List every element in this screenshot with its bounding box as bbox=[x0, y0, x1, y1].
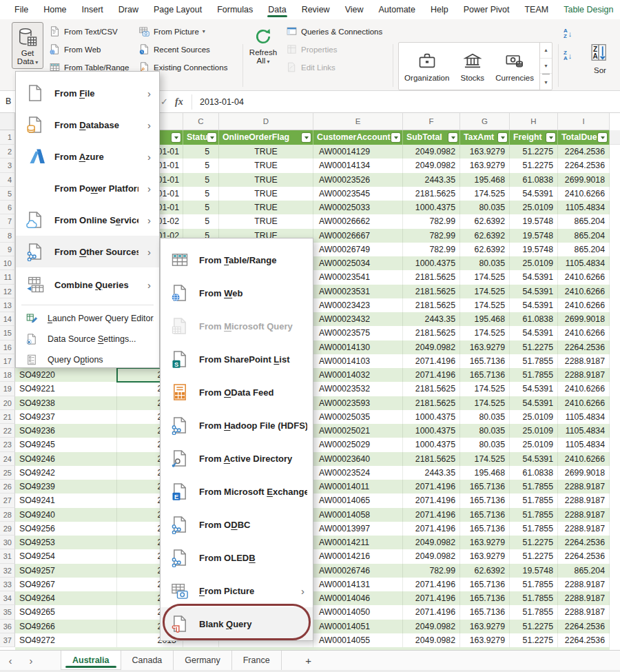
ribbon-tab-automate[interactable]: Automate bbox=[371, 1, 424, 19]
cell-to[interactable]: 2264.2536 bbox=[558, 159, 610, 172]
cell-ac[interactable]: AW00014134 bbox=[313, 159, 403, 172]
cell-fr[interactable]: 19.5748 bbox=[510, 564, 558, 578]
cell-ac[interactable]: AW00014065 bbox=[313, 493, 403, 507]
filter-dropdown-icon[interactable] bbox=[448, 133, 457, 142]
cell-tx[interactable]: 62.6392 bbox=[460, 229, 510, 243]
cell-fl[interactable]: TRUE bbox=[219, 173, 313, 187]
cell-fr[interactable]: 54.5391 bbox=[510, 382, 558, 396]
cell-fr[interactable]: 54.5391 bbox=[510, 187, 558, 201]
filter-dropdown-icon[interactable] bbox=[302, 133, 311, 142]
cell-su[interactable]: 2071.4196 bbox=[403, 591, 460, 605]
cell-tx[interactable]: 174.525 bbox=[460, 270, 510, 284]
cell-ac[interactable]: AW00025034 bbox=[313, 256, 403, 270]
table-header-customeraccount[interactable]: CustomerAccount bbox=[313, 130, 403, 145]
cell-fl[interactable]: TRUE bbox=[219, 187, 313, 201]
cell-to[interactable]: 865.204 bbox=[558, 214, 610, 228]
filter-dropdown-icon[interactable] bbox=[172, 133, 180, 142]
column-letter-e[interactable]: E bbox=[313, 113, 403, 130]
cell-to[interactable]: 2264.2536 bbox=[558, 536, 610, 549]
cell-a[interactable]: SO49266 bbox=[15, 620, 117, 633]
cell-su[interactable]: 1000.4375 bbox=[403, 424, 460, 438]
cell-to[interactable]: 2288.9187 bbox=[558, 354, 610, 368]
cell-to[interactable]: 2288.9187 bbox=[558, 493, 610, 507]
select-all-corner[interactable] bbox=[0, 113, 15, 130]
menu-item-from-active-directory[interactable]: From Active Directory bbox=[161, 442, 313, 475]
cell-a[interactable]: SO49254 bbox=[15, 549, 117, 563]
row-number[interactable]: 22 bbox=[0, 424, 15, 438]
menu-item-from-database[interactable]: From Database› bbox=[16, 109, 159, 141]
cell-tx[interactable]: 62.6392 bbox=[460, 214, 510, 228]
column-letter-h[interactable]: H bbox=[510, 113, 558, 130]
menu-item-from-other-sources[interactable]: From Other Sources› bbox=[16, 236, 159, 267]
cell-to[interactable]: 2288.9187 bbox=[558, 508, 610, 522]
cell-su[interactable]: 2181.5625 bbox=[403, 326, 460, 340]
cell-to[interactable]: 1105.4834 bbox=[558, 424, 610, 438]
filter-dropdown-icon[interactable] bbox=[598, 133, 607, 142]
cell-fr[interactable]: 54.5391 bbox=[510, 396, 558, 410]
row-number[interactable]: 9 bbox=[0, 243, 15, 256]
cell-st[interactable]: 5 bbox=[183, 145, 219, 159]
cell-a[interactable]: SO49241 bbox=[15, 493, 117, 507]
cell-fr[interactable]: 51.7855 bbox=[510, 480, 558, 493]
data-type-currencies[interactable]: Currencies bbox=[495, 51, 534, 82]
menu-item-from-file[interactable]: From File› bbox=[16, 77, 159, 109]
cell-tx[interactable]: 62.6392 bbox=[460, 243, 510, 256]
cell-fr[interactable]: 51.7855 bbox=[510, 522, 558, 536]
row-number[interactable]: 13 bbox=[0, 298, 15, 312]
cell-fr[interactable]: 61.0838 bbox=[510, 312, 558, 326]
cell-a[interactable]: SO49256 bbox=[15, 522, 117, 536]
cell-to[interactable]: 2410.6266 bbox=[558, 270, 610, 284]
recent-sources-button[interactable]: Recent Sources bbox=[136, 41, 229, 57]
row-number[interactable]: 11 bbox=[0, 270, 15, 284]
menu-item-launch-power-query-editor[interactable]: Launch Power Query Editor... bbox=[16, 308, 159, 329]
cell-tx[interactable]: 62.6392 bbox=[460, 564, 510, 578]
cell-fr[interactable]: 51.2275 bbox=[510, 633, 558, 647]
cell-to[interactable]: 2264.2536 bbox=[558, 633, 610, 647]
sheet-tab-germany[interactable]: Germany bbox=[174, 651, 231, 670]
menu-item-from-oledb[interactable]: From OLEDB bbox=[161, 541, 313, 574]
cell-ac[interactable]: AW00025029 bbox=[313, 438, 403, 451]
filter-dropdown-icon[interactable] bbox=[391, 133, 400, 142]
cell-tx[interactable]: 195.468 bbox=[460, 466, 510, 480]
cell-fr[interactable]: 19.5748 bbox=[510, 214, 558, 228]
cell-tx[interactable]: 80.035 bbox=[460, 410, 510, 424]
column-letter-g[interactable]: G bbox=[460, 113, 510, 130]
ribbon-tab-team[interactable]: TEAM bbox=[517, 1, 556, 19]
cell-st[interactable]: 5 bbox=[183, 201, 219, 214]
cell-tx[interactable]: 80.035 bbox=[460, 438, 510, 451]
cell-fr[interactable]: 61.0838 bbox=[510, 173, 558, 187]
cell-su[interactable]: 2181.5625 bbox=[403, 285, 460, 298]
cell-fr[interactable]: 51.7855 bbox=[510, 508, 558, 522]
cell-fr[interactable]: 51.7855 bbox=[510, 591, 558, 605]
cell-tx[interactable]: 195.468 bbox=[460, 173, 510, 187]
cell-ac[interactable]: AW00025035 bbox=[313, 410, 403, 424]
ribbon-tab-power-pivot[interactable]: Power Pivot bbox=[456, 1, 517, 19]
row-number[interactable]: 36 bbox=[0, 620, 15, 633]
cell-su[interactable]: 1000.4375 bbox=[403, 410, 460, 424]
ribbon-tab-help[interactable]: Help bbox=[423, 1, 456, 19]
row-number[interactable]: 7 bbox=[0, 214, 15, 228]
cell-su[interactable]: 2049.0982 bbox=[403, 145, 460, 159]
cell-to[interactable]: 2264.2536 bbox=[558, 549, 610, 563]
cell-ac[interactable]: AW00014011 bbox=[313, 480, 403, 493]
cell-ac[interactable]: AW00014032 bbox=[313, 368, 403, 382]
cell-su[interactable]: 2443.35 bbox=[403, 173, 460, 187]
from-web-button[interactable]: From Web bbox=[47, 41, 131, 57]
cell-su[interactable]: 2443.35 bbox=[403, 466, 460, 480]
cell-su[interactable]: 782.99 bbox=[403, 564, 460, 578]
cell-a[interactable]: SO49221 bbox=[15, 382, 117, 396]
cell-tx[interactable]: 165.7136 bbox=[460, 522, 510, 536]
cell-su[interactable]: 2181.5625 bbox=[403, 270, 460, 284]
cell-ac[interactable]: AW00026749 bbox=[313, 243, 403, 256]
menu-item-from-online-services[interactable]: From Online Services› bbox=[16, 204, 159, 236]
cell-fr[interactable]: 54.5391 bbox=[510, 270, 558, 284]
enter-check-icon[interactable]: ✓ bbox=[161, 91, 168, 113]
cell-to[interactable]: 865.204 bbox=[558, 564, 610, 578]
cell-tx[interactable]: 80.035 bbox=[460, 424, 510, 438]
cell-to[interactable]: 2410.6266 bbox=[558, 396, 610, 410]
cell-to[interactable]: 2410.6266 bbox=[558, 452, 610, 466]
cell-su[interactable]: 2071.4196 bbox=[403, 368, 460, 382]
cell-ac[interactable]: AW00014046 bbox=[313, 591, 403, 605]
cell-to[interactable]: 2410.6266 bbox=[558, 382, 610, 396]
cell-ac[interactable]: AW00023593 bbox=[313, 396, 403, 410]
